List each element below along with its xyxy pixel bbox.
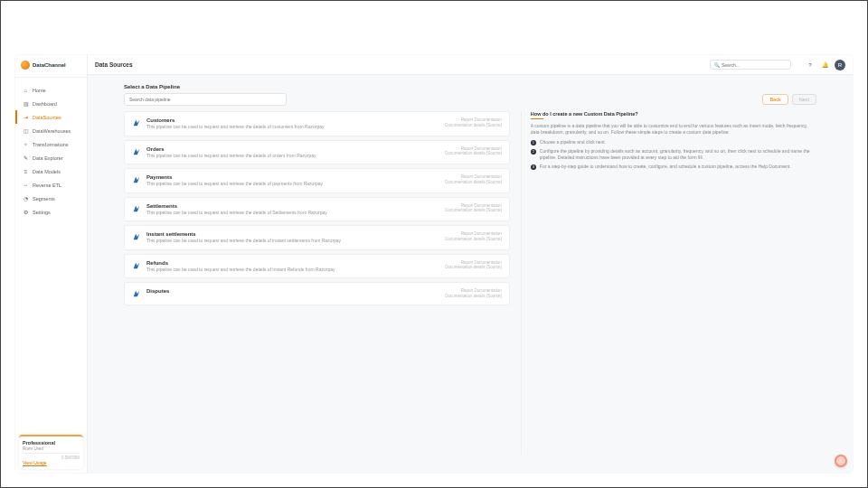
pipeline-desc: This pipeline can be used to request and…: [146, 267, 439, 273]
pipeline-desc: This pipeline can be used to request and…: [146, 238, 439, 244]
pipeline-card[interactable]: RefundsThis pipeline can be used to requ…: [124, 254, 510, 279]
step-text: Choose a pipeline and click next.: [540, 139, 606, 145]
next-button[interactable]: Next: [792, 94, 816, 105]
nav-item-home[interactable]: ⌂Home: [15, 83, 87, 97]
pipeline-doc-links: Report DocumentationDocumentation detail…: [445, 231, 502, 242]
pipeline-card[interactable]: DisputesReport DocumentationDocumentatio…: [124, 282, 510, 305]
source-doc-link[interactable]: Documentation details [Source]: [445, 208, 502, 213]
settings-icon: ⚙: [23, 209, 29, 215]
pipeline-body: Instant settlementsThis pipeline can be …: [146, 231, 439, 244]
pipeline-body: OrdersThis pipeline can be used to reque…: [146, 146, 439, 159]
nav-item-datawarehouses[interactable]: ◫DataWarehouses: [15, 124, 87, 137]
pipeline-search-input[interactable]: [124, 93, 287, 106]
help-step: 2Configure the pipeline by providing det…: [531, 148, 816, 161]
pipeline-desc: This pipeline can be used to request and…: [146, 124, 439, 130]
source-doc-link[interactable]: Documentation details [Source]: [445, 294, 502, 299]
models-icon: ≡: [23, 168, 29, 174]
help-step: 3For a step-by-step guide to understand …: [531, 164, 816, 170]
help-icon[interactable]: ?: [806, 61, 815, 70]
wizard-buttons: Back Next: [762, 94, 816, 105]
nav-label: Transformations: [33, 142, 69, 147]
nav-item-segments[interactable]: ◔Segments: [15, 192, 87, 205]
pipeline-body: PaymentsThis pipeline can be used to req…: [146, 174, 439, 187]
help-panel: How do I create a new Custom Data Pipeli…: [521, 111, 816, 455]
pipeline-card[interactable]: OrdersThis pipeline can be used to reque…: [124, 140, 510, 165]
help-intro: A custom pipeline is a data pipeline tha…: [531, 123, 816, 136]
plan-title: Professsional: [23, 440, 80, 446]
source-doc-link[interactable]: Documentation details [Source]: [445, 265, 502, 270]
help-underline: [531, 118, 543, 119]
sidebar: DataChannel ⌂Home ▥Dashboard ⇥DataSource…: [15, 55, 88, 473]
nav-label: Data Models: [33, 169, 61, 174]
help-title: How do I create a new Custom Data Pipeli…: [531, 111, 816, 117]
pipeline-card[interactable]: Instant settlementsThis pipeline can be …: [124, 225, 510, 250]
pipeline-title: Disputes: [146, 288, 439, 294]
panel-title: Select a Data Pipeline: [124, 84, 816, 89]
explorer-icon: ✎: [23, 155, 29, 161]
pipeline-list: CustomersThis pipeline can be used to re…: [124, 111, 510, 455]
source-doc-link[interactable]: Documentation details [Source]: [445, 180, 502, 185]
nav-label: Reverse ETL: [33, 183, 61, 188]
nav-item-datasources[interactable]: ⇥DataSources: [15, 110, 87, 124]
search-input[interactable]: [722, 62, 787, 68]
nav: ⌂Home ▥Dashboard ⇥DataSources ◫DataWareh…: [15, 78, 87, 431]
page-title: Data Sources: [95, 61, 133, 68]
pipeline-body: SettlementsThis pipeline can be used to …: [146, 203, 439, 216]
global-search[interactable]: 🔍: [710, 60, 791, 70]
nav-label: Segments: [33, 196, 55, 202]
pipeline-doc-links: Report DocumentationDocumentation detail…: [445, 288, 502, 299]
razorpay-icon: [132, 261, 141, 270]
pipeline-doc-links: Report DocumentationDocumentation detail…: [445, 146, 502, 157]
brand-name: DataChannel: [33, 62, 66, 68]
nav-item-reverse-etl[interactable]: ↔Reverse ETL: [15, 178, 87, 192]
main: Data Sources 🔍 ? 🔔 R Select a Data Pipel…: [88, 55, 853, 473]
content: Select a Data Pipeline Back Next Custome…: [88, 75, 853, 473]
pipeline-card[interactable]: SettlementsThis pipeline can be used to …: [124, 197, 510, 222]
pipeline-desc: This pipeline can be used to request and…: [146, 210, 439, 216]
step-text: Configure the pipeline by providing deta…: [540, 148, 816, 161]
avatar[interactable]: R: [835, 60, 845, 70]
brand: DataChannel: [15, 55, 87, 78]
pipeline-body: Disputes: [146, 288, 439, 295]
razorpay-icon: [132, 147, 141, 156]
pipeline-desc: This pipeline can be used to request and…: [146, 181, 439, 187]
chat-fab[interactable]: [835, 455, 847, 467]
pipeline-title: Refunds: [146, 260, 439, 266]
pipeline-title: Payments: [146, 174, 439, 180]
datasource-icon: ⇥: [23, 114, 29, 120]
nav-label: DataWarehouses: [33, 128, 71, 134]
razorpay-icon: [132, 175, 141, 184]
warehouse-icon: ◫: [23, 127, 29, 134]
pipeline-card[interactable]: PaymentsThis pipeline can be used to req…: [124, 168, 510, 193]
nav-label: Dashboard: [33, 101, 57, 107]
nav-item-data-explorer[interactable]: ✎Data Explorer: [15, 151, 87, 164]
razorpay-icon: [132, 204, 141, 213]
brand-logo-icon: [21, 61, 30, 70]
pipeline-doc-links: Report DocumentationDocumentation detail…: [445, 260, 502, 271]
source-doc-link[interactable]: Documentation details [Source]: [445, 151, 502, 156]
pipeline-desc: This pipeline can be used to request and…: [146, 153, 439, 159]
pipeline-doc-links: Report DocumentationDocumentation detail…: [445, 117, 502, 128]
dashboard-icon: ▥: [23, 100, 29, 107]
topbar: Data Sources 🔍 ? 🔔 R: [88, 55, 853, 75]
source-doc-link[interactable]: Documentation details [Source]: [445, 123, 502, 128]
view-usage-link[interactable]: View Usage: [23, 460, 80, 465]
home-icon: ⌂: [23, 87, 29, 93]
pipeline-title: Orders: [146, 146, 439, 152]
step-number-icon: 1: [531, 140, 536, 145]
nav-item-dashboard[interactable]: ▥Dashboard: [15, 97, 87, 110]
nav-item-data-models[interactable]: ≡Data Models: [15, 164, 87, 178]
pipeline-title: Settlements: [146, 203, 439, 209]
nav-item-settings[interactable]: ⚙Settings: [15, 205, 87, 219]
source-doc-link[interactable]: Documentation details [Source]: [445, 237, 502, 242]
back-button[interactable]: Back: [762, 94, 788, 105]
pipeline-doc-links: Report DocumentationDocumentation detail…: [445, 203, 502, 214]
nav-label: DataSources: [33, 115, 61, 120]
razorpay-icon: [132, 289, 141, 298]
bell-icon[interactable]: 🔔: [820, 61, 829, 70]
nav-label: Settings: [33, 210, 51, 215]
pipeline-card[interactable]: CustomersThis pipeline can be used to re…: [124, 111, 510, 136]
step-number-icon: 2: [531, 149, 536, 155]
nav-label: Home: [33, 88, 46, 93]
nav-item-transformations[interactable]: ✧Transformations: [15, 137, 87, 151]
